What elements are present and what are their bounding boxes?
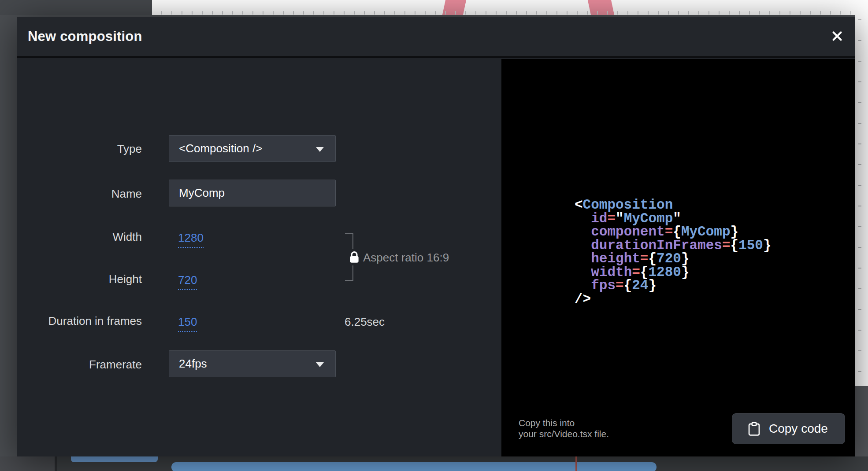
framerate-select-value: 24fps (179, 357, 207, 371)
copy-code-button[interactable]: Copy code (732, 413, 845, 444)
bg-timeline-divider (55, 456, 57, 471)
type-label: Type (17, 142, 142, 156)
chevron-down-icon (316, 362, 324, 367)
new-composition-dialog: New composition Type <Composition /> Nam… (17, 17, 855, 456)
timeline-tab[interactable] (71, 456, 158, 462)
timeline-playhead[interactable] (575, 456, 577, 471)
type-select[interactable]: <Composition /> (169, 135, 336, 162)
bg-timeline-area (0, 456, 868, 471)
timeline-track-bar[interactable] (171, 462, 657, 471)
chevron-down-icon (316, 147, 324, 152)
code-line: height={720} (575, 252, 772, 266)
code-line: durationInFrames={150} (575, 239, 772, 253)
close-button[interactable] (827, 24, 848, 48)
remotion-studio-screen: New composition Type <Composition /> Nam… (0, 0, 868, 471)
width-value[interactable]: 1280 (178, 231, 204, 248)
code-line: <Composition (575, 199, 772, 212)
bg-preview-top (152, 0, 868, 15)
bg-preview-right (855, 0, 868, 386)
aspect-ratio-label: Aspect ratio 16:9 (363, 250, 449, 265)
close-icon (830, 29, 845, 44)
vertical-ruler (858, 19, 861, 376)
code-hint-line1: Copy this into (519, 417, 609, 428)
code-line: id="MyComp" (575, 212, 772, 226)
duration-value[interactable]: 150 (178, 315, 197, 332)
clipboard-icon (748, 422, 760, 436)
code-preview-panel: <Composition id="MyComp" component={MyCo… (501, 59, 855, 456)
duration-label: Duration in frames (17, 314, 142, 328)
code-block: <Composition id="MyComp" component={MyCo… (575, 199, 772, 306)
bg-sidebar-corner (0, 0, 152, 15)
code-line: component={MyComp} (575, 225, 772, 239)
composition-form: Type <Composition /> Name Width 1280 Hei… (17, 59, 501, 456)
code-hint-line2: your src/Video.tsx file. (519, 428, 609, 439)
code-line: width={1280} (575, 266, 772, 280)
height-label: Height (17, 272, 142, 286)
code-line: fps={24} (575, 279, 772, 293)
framerate-select[interactable]: 24fps (169, 350, 336, 377)
width-label: Width (17, 230, 142, 244)
duration-seconds-readout: 6.25sec (345, 315, 385, 328)
code-hint: Copy this into your src/Video.tsx file. (519, 417, 609, 439)
dialog-title: New composition (28, 17, 142, 56)
lock-icon (348, 249, 361, 265)
framerate-label: Framerate (17, 357, 142, 372)
type-select-value: <Composition /> (179, 142, 262, 155)
bg-timeline-sidebar (0, 456, 55, 471)
height-value[interactable]: 720 (178, 273, 197, 290)
name-label: Name (17, 187, 142, 201)
name-input[interactable] (169, 180, 336, 206)
dialog-titlebar: New composition (17, 17, 855, 58)
horizontal-ruler (152, 11, 868, 15)
code-line: /> (575, 293, 772, 306)
copy-code-label: Copy code (769, 422, 828, 436)
